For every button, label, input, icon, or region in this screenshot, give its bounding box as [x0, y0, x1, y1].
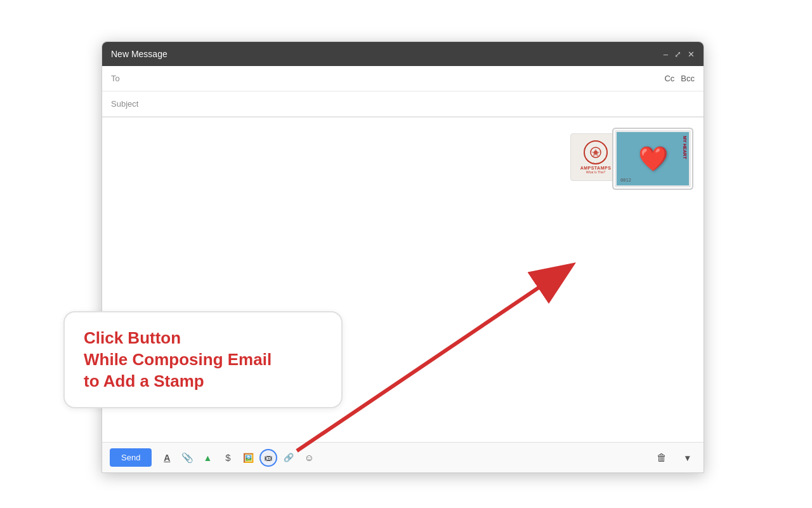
drive-icon: ▲	[203, 453, 212, 463]
postmark-sub: What Is This?	[586, 170, 605, 174]
stamp-text: MY HEART	[682, 136, 687, 159]
photo-button[interactable]: 🖼️	[239, 449, 257, 467]
stamp-postmark: AMPSTAMPS What Is This?	[570, 133, 621, 181]
to-field-row: To Cc Bcc	[102, 66, 704, 91]
cc-bcc-controls: Cc Bcc	[664, 74, 695, 83]
postmark-brand: AMPSTAMPS	[580, 166, 612, 170]
format-icon: A	[164, 453, 170, 463]
attach-file-button[interactable]: 📎	[178, 449, 196, 467]
trash-icon: 🗑	[657, 452, 667, 464]
more-options-button[interactable]: ▾	[678, 449, 696, 467]
postmark-circle	[584, 140, 608, 164]
maximize-button[interactable]: ⤢	[674, 50, 681, 58]
to-label: To	[111, 74, 130, 83]
money-button[interactable]: $	[219, 449, 237, 467]
dollar-icon: $	[225, 452, 230, 463]
minimize-button[interactable]: –	[664, 50, 668, 58]
callout-line1: Click Button	[84, 328, 181, 347]
stamp-icon: 🎟	[264, 453, 273, 463]
stamp-actual: ❤️ MY HEART 0012	[615, 130, 691, 187]
link-icon: 🔗	[284, 453, 294, 462]
callout-line3: to Add a Stamp	[84, 371, 204, 391]
titlebar-controls: – ⤢ ✕	[664, 50, 695, 58]
cc-button[interactable]: Cc	[664, 74, 674, 83]
subject-field-row: Subject	[102, 91, 704, 117]
compose-header: To Cc Bcc Subject	[102, 66, 704, 117]
compose-toolbar: Send A 📎 ▲ $ 🖼️ 🎟 🔗 ☺ 🗑 ▾	[102, 442, 704, 472]
delete-button[interactable]: 🗑	[653, 449, 671, 467]
drive-button[interactable]: ▲	[199, 449, 216, 467]
link-button[interactable]: 🔗	[280, 449, 298, 467]
close-button[interactable]: ✕	[688, 50, 695, 58]
subject-label: Subject	[111, 99, 138, 109]
stamp-heart-icon: ❤️	[638, 147, 668, 171]
emoji-icon: ☺	[304, 452, 314, 463]
paperclip-icon: 📎	[181, 452, 193, 464]
emoji-button[interactable]: ☺	[300, 449, 318, 467]
subject-input[interactable]	[138, 99, 695, 109]
stamp-container: AMPSTAMPS What Is This? ❤️ MY HEART 0012	[570, 130, 691, 187]
send-button[interactable]: Send	[110, 448, 152, 467]
stamp-number: 0012	[620, 178, 631, 183]
compose-title: New Message	[111, 49, 167, 59]
bcc-button[interactable]: Bcc	[681, 74, 695, 83]
callout-text: Click Button While Composing Email to Ad…	[84, 328, 322, 392]
to-input[interactable]	[130, 74, 664, 83]
svg-point-1	[594, 150, 598, 154]
callout-box: Click Button While Composing Email to Ad…	[63, 311, 343, 408]
add-stamp-button[interactable]: 🎟	[259, 449, 277, 467]
callout-line2: While Composing Email	[84, 350, 272, 369]
compose-titlebar: New Message – ⤢ ✕	[102, 42, 704, 66]
chevron-down-icon: ▾	[685, 453, 690, 463]
format-text-button[interactable]: A	[158, 449, 176, 467]
photo-icon: 🖼️	[243, 453, 254, 463]
